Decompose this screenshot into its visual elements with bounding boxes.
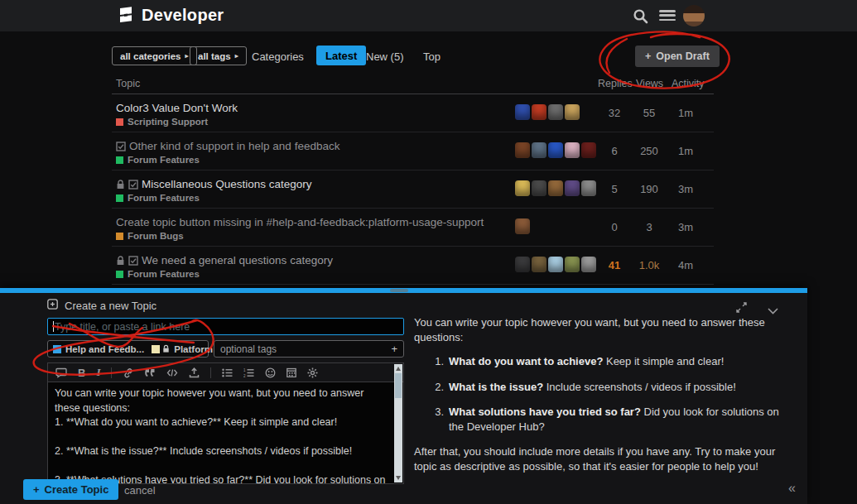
topic-category[interactable]: Scripting Support (116, 117, 208, 127)
table-row[interactable]: We need a general questions category For… (112, 247, 714, 285)
plus-icon: + (33, 483, 40, 496)
replies-count[interactable]: 0 (598, 221, 631, 233)
topic-title[interactable]: Color3 Value Don't Work (116, 102, 238, 114)
tags-input[interactable]: optional tags + (214, 340, 404, 358)
calendar-icon[interactable] (286, 367, 296, 377)
preview-list-item: 3. What solutions have you tried so far?… (429, 405, 797, 434)
replies-count[interactable]: 32 (598, 107, 631, 119)
activity-time[interactable]: 3m (669, 183, 702, 195)
search-icon[interactable] (633, 8, 648, 24)
avatar[interactable] (515, 142, 530, 158)
cancel-link[interactable]: cancel (124, 484, 156, 497)
scroll-down-arrow[interactable] (396, 476, 401, 480)
replies-count[interactable]: 5 (598, 183, 631, 195)
avatar[interactable] (515, 104, 530, 120)
bold-icon[interactable]: B (78, 367, 85, 379)
italic-icon[interactable]: I (96, 366, 100, 379)
create-topic-button[interactable]: + Create Topic (23, 479, 118, 500)
app-window: Developer all categories ▸ all tags ▸ Ca… (0, 0, 857, 504)
scrollbar-thumb[interactable] (395, 373, 402, 398)
avatar[interactable] (565, 257, 580, 272)
table-row[interactable]: Miscellaneous Questions category Forum F… (112, 170, 714, 209)
poster-avatars[interactable] (515, 104, 580, 120)
composer-resize-grip[interactable] (0, 288, 807, 293)
replies-count[interactable]: 41 (598, 259, 631, 271)
avatar[interactable] (532, 142, 546, 158)
avatar[interactable] (548, 257, 563, 272)
column-activity[interactable]: Activity (672, 78, 705, 89)
expand-composer-icon[interactable] (736, 301, 747, 316)
avatar[interactable] (532, 180, 546, 196)
category-select[interactable]: Help and Feedb... Platform Us... ▾ (47, 340, 209, 358)
all-tags-dropdown[interactable]: all tags ▸ (190, 46, 247, 65)
views-count: 250 (633, 145, 666, 157)
topic-title-text: Miscellaneous Questions category (142, 178, 312, 190)
open-draft-button[interactable]: + Open Draft (635, 46, 720, 67)
nav-new[interactable]: New (5) (366, 50, 404, 63)
avatar[interactable] (581, 180, 596, 196)
topic-title-input[interactable]: Type title, or paste a link here (47, 318, 404, 335)
topic-category[interactable]: Forum Bugs (116, 231, 184, 241)
topic-title[interactable]: We need a general questions category (116, 254, 333, 266)
activity-time[interactable]: 1m (669, 145, 702, 157)
topic-title[interactable]: Miscellaneous Questions category (116, 178, 312, 190)
column-topic[interactable]: Topic (116, 78, 140, 89)
upload-icon[interactable] (189, 367, 200, 378)
avatar[interactable] (565, 142, 580, 158)
all-categories-dropdown[interactable]: all categories ▸ (112, 46, 197, 65)
composer-textarea[interactable]: You can write your topic however you wan… (48, 382, 403, 483)
avatar[interactable] (515, 218, 530, 234)
table-row[interactable]: Other kind of support in help and feedba… (112, 132, 714, 170)
user-avatar[interactable] (683, 5, 705, 26)
avatar[interactable] (565, 180, 580, 196)
brand-title[interactable]: Developer (142, 6, 224, 25)
table-row[interactable]: Color3 Value Don't Work Scripting Suppor… (112, 94, 714, 132)
topic-category[interactable]: Forum Features (116, 269, 200, 279)
topic-category[interactable]: Forum Features (116, 193, 200, 203)
topic-title[interactable]: Other kind of support in help and feedba… (116, 140, 339, 152)
link-icon[interactable] (123, 367, 134, 378)
avatar[interactable] (532, 104, 546, 120)
column-replies[interactable]: Replies (598, 78, 633, 89)
poster-avatars[interactable] (515, 257, 596, 272)
activity-time[interactable]: 1m (669, 107, 702, 119)
scroll-up-arrow[interactable] (396, 367, 401, 371)
avatar[interactable] (515, 257, 530, 272)
bulleted-list-icon[interactable] (222, 368, 233, 377)
avatar[interactable] (581, 257, 596, 272)
activity-time[interactable]: 4m (669, 259, 702, 271)
check-square-icon (128, 256, 138, 266)
emoji-icon[interactable] (265, 367, 276, 378)
poster-avatars[interactable] (515, 180, 596, 196)
topic-title[interactable]: Create topic button missing in #help-and… (116, 216, 484, 228)
hamburger-menu-icon[interactable] (659, 10, 676, 22)
topic-category[interactable]: Forum Features (116, 155, 200, 165)
avatar[interactable] (515, 180, 530, 196)
avatar[interactable] (565, 104, 580, 120)
poster-avatars[interactable] (515, 218, 530, 234)
roblox-logo-icon[interactable] (117, 7, 135, 25)
column-views[interactable]: Views (636, 78, 663, 89)
avatar[interactable] (532, 257, 546, 272)
comment-icon[interactable] (55, 367, 67, 378)
numbered-list-icon[interactable]: 12 (243, 368, 254, 377)
avatar[interactable] (548, 104, 563, 120)
avatar[interactable] (581, 142, 596, 158)
activity-time[interactable]: 3m (669, 221, 702, 233)
topic-title-text: Color3 Value Don't Work (116, 102, 238, 114)
blockquote-icon[interactable] (145, 368, 156, 377)
table-row[interactable]: Create topic button missing in #help-and… (112, 209, 714, 247)
poster-avatars[interactable] (515, 142, 596, 158)
nav-latest[interactable]: Latest (316, 46, 366, 65)
replies-count[interactable]: 6 (598, 145, 631, 157)
nav-categories[interactable]: Categories (252, 50, 304, 63)
category-badge (116, 194, 123, 202)
list-text: What do you want to achieve? Keep it sim… (449, 354, 724, 369)
textarea-scrollbar[interactable] (394, 364, 402, 482)
code-icon[interactable] (166, 368, 178, 377)
list-number: 2. (429, 380, 444, 395)
avatar[interactable] (548, 142, 563, 158)
avatar[interactable] (548, 180, 563, 196)
gear-icon[interactable] (307, 367, 318, 378)
nav-top[interactable]: Top (423, 50, 441, 63)
